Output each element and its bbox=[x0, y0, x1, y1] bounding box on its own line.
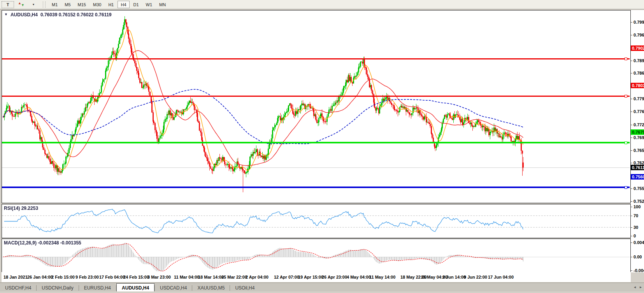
rsi-tick bbox=[631, 207, 632, 207]
macd-tick-label: 0.004561 bbox=[633, 240, 644, 245]
time-label: 17 Jun 04:00 bbox=[488, 275, 514, 279]
tab-xauusd-m5[interactable]: XAUUSD,M5 bbox=[192, 284, 230, 292]
tab-scroll-left-icon[interactable]: ◂ bbox=[634, 285, 636, 289]
macd-tick bbox=[631, 270, 632, 271]
price-tick-label: 0.78630 bbox=[633, 71, 644, 75]
price-axis[interactable]: 0.799900.796500.793100.789700.786300.782… bbox=[631, 10, 644, 272]
main-toolbar: T ▲▼ ▾ M1M5M15M30H1H4D1W1MN bbox=[0, 0, 644, 9]
time-label: 18 Mar 14:00 bbox=[198, 275, 224, 279]
hline-handle[interactable] bbox=[625, 186, 627, 189]
macd-tick bbox=[631, 242, 632, 243]
price-tick bbox=[631, 138, 632, 138]
tab-usdcad-h4[interactable]: USDCAD,H4 bbox=[155, 284, 192, 292]
macd-panel: MACD(12,26,9) -0.002348 -0.001355 bbox=[2, 239, 631, 272]
price-tick bbox=[631, 61, 632, 61]
price-chart-canvas[interactable] bbox=[2, 10, 630, 202]
text-tool-button[interactable]: T bbox=[2, 1, 14, 8]
hline-handle[interactable] bbox=[625, 95, 627, 98]
time-label: 4 May 04:00 bbox=[347, 275, 371, 279]
time-label: 2 Apr 04:00 bbox=[246, 275, 268, 279]
chart-symbol-label: AUDUSD,H4 bbox=[11, 12, 38, 17]
hline-handle[interactable] bbox=[625, 141, 627, 144]
terminal-window: T ▲▼ ▾ M1M5M15M30H1H4D1W1MN ▼ AUDUSD,H4 … bbox=[0, 0, 644, 293]
tab-usdcnh-daily[interactable]: USDCNH,Daily bbox=[37, 284, 78, 292]
timeframe-m1[interactable]: M1 bbox=[49, 1, 61, 8]
time-label: 18 Jan 2021 bbox=[4, 275, 28, 279]
hline-price-tag: 0.78032 bbox=[631, 83, 644, 88]
time-label: 9 Jun 22:00 bbox=[464, 275, 487, 279]
tab-scroll-arrows: ◂ ▸ bbox=[634, 285, 642, 289]
timeframe-w1[interactable]: W1 bbox=[143, 1, 156, 8]
hline-handle[interactable] bbox=[625, 58, 627, 60]
time-label: 12 Apr 07:00 bbox=[274, 275, 299, 279]
rsi-tick-label: 70 bbox=[633, 213, 638, 218]
time-label: 11 Mar 04:00 bbox=[174, 275, 199, 279]
rsi-tick bbox=[631, 216, 632, 216]
sort-arrows-icon: ▲▼ bbox=[18, 2, 25, 8]
tab-eurusd-h4[interactable]: EURUSD,H4 bbox=[79, 284, 116, 292]
toolbar-grip[interactable] bbox=[43, 2, 46, 8]
price-tick-label: 0.75220 bbox=[633, 199, 644, 204]
price-tick-label: 0.79990 bbox=[633, 20, 644, 24]
hline-0.79023[interactable] bbox=[2, 58, 630, 59]
time-label: 11 May 14:00 bbox=[369, 275, 395, 279]
price-tick-label: 0.79650 bbox=[633, 33, 644, 37]
time-label: 3 Mar 23:00 bbox=[147, 275, 171, 279]
time-label: 17 Feb 04:00 bbox=[99, 275, 125, 279]
price-tick bbox=[631, 112, 632, 112]
rsi-tick-label: 100 bbox=[633, 204, 640, 209]
price-tick-label: 0.77260 bbox=[633, 122, 644, 127]
timeframe-h4[interactable]: H4 bbox=[118, 1, 129, 8]
price-tick bbox=[631, 150, 632, 151]
price-tick bbox=[631, 201, 632, 202]
rsi-tick bbox=[631, 236, 632, 236]
chart-title: ▼ AUDUSD,H4 0.76039 0.76152 0.76022 0.76… bbox=[4, 12, 112, 17]
rsi-tick-label: 0 bbox=[633, 234, 636, 238]
time-axis[interactable]: 18 Jan 202126 Jan 04:002 Feb 15:009 Feb … bbox=[2, 272, 631, 282]
macd-label: MACD(12,26,9) -0.002348 -0.001355 bbox=[4, 240, 81, 246]
timeframe-h1[interactable]: H1 bbox=[105, 1, 117, 8]
main-chart-panel: ▼ AUDUSD,H4 0.76039 0.76152 0.76022 0.76… bbox=[2, 10, 631, 203]
macd-canvas[interactable] bbox=[2, 239, 630, 271]
tab-usdchf-h4[interactable]: USDCHF,H4 bbox=[0, 284, 36, 292]
rsi-tick bbox=[631, 227, 632, 228]
hline-0.76794[interactable] bbox=[2, 142, 630, 143]
chart-menu-triangle-icon[interactable]: ▼ bbox=[4, 12, 8, 17]
rsi-canvas[interactable] bbox=[2, 204, 630, 237]
chart-ohlc-values: 0.76039 0.76152 0.76022 0.76119 bbox=[40, 12, 112, 17]
timeframe-m30[interactable]: M30 bbox=[90, 1, 104, 8]
rsi-panel: RSI(14) 29.2253 bbox=[2, 204, 631, 238]
price-tick-label: 0.77950 bbox=[633, 96, 644, 101]
price-tick bbox=[631, 188, 632, 189]
time-label: 25 Mar 22:00 bbox=[221, 275, 247, 279]
tab-audusd-h4[interactable]: AUDUSD,H4 bbox=[116, 283, 154, 292]
tab-usoil-h4[interactable]: USOil,H4 bbox=[230, 284, 260, 292]
hline-price-tag: 0.76794 bbox=[631, 129, 644, 135]
price-tick-label: 0.76920 bbox=[633, 135, 644, 140]
macd-tick-label: -0.004372 bbox=[633, 268, 644, 273]
price-tick-label: 0.78970 bbox=[633, 58, 644, 63]
price-tick bbox=[631, 125, 632, 125]
timeframe-d1[interactable]: D1 bbox=[130, 1, 142, 8]
time-label: 2 Feb 15:00 bbox=[51, 275, 75, 279]
timeframe-m15[interactable]: M15 bbox=[75, 1, 89, 8]
time-label: 2 Jun 14:00 bbox=[442, 275, 466, 279]
hline-0.78032[interactable] bbox=[2, 96, 630, 97]
hline-price-tag: 0.75603 bbox=[631, 174, 644, 180]
statusbar-strip bbox=[0, 291, 644, 293]
time-label: 24 Feb 15:00 bbox=[123, 275, 149, 279]
time-label: 26 Apr 23:00 bbox=[322, 275, 347, 279]
macd-tick bbox=[631, 257, 632, 257]
dropdown-caret-icon[interactable]: ▾ bbox=[28, 1, 39, 9]
time-label: 19 Apr 15:00 bbox=[298, 275, 323, 279]
arrows-tool-button[interactable]: ▲▼ bbox=[15, 1, 27, 9]
price-tick bbox=[631, 163, 632, 163]
macd-tick-label: 0.00 bbox=[633, 255, 642, 259]
timeframe-m5[interactable]: M5 bbox=[61, 1, 74, 8]
price-tick bbox=[631, 22, 632, 23]
timeframe-mn[interactable]: MN bbox=[156, 1, 169, 8]
price-tick bbox=[631, 99, 632, 99]
hline-0.75603[interactable] bbox=[2, 187, 630, 188]
time-label: 9 Feb 23:00 bbox=[75, 275, 99, 279]
tab-scroll-right-icon[interactable]: ▸ bbox=[640, 285, 642, 289]
